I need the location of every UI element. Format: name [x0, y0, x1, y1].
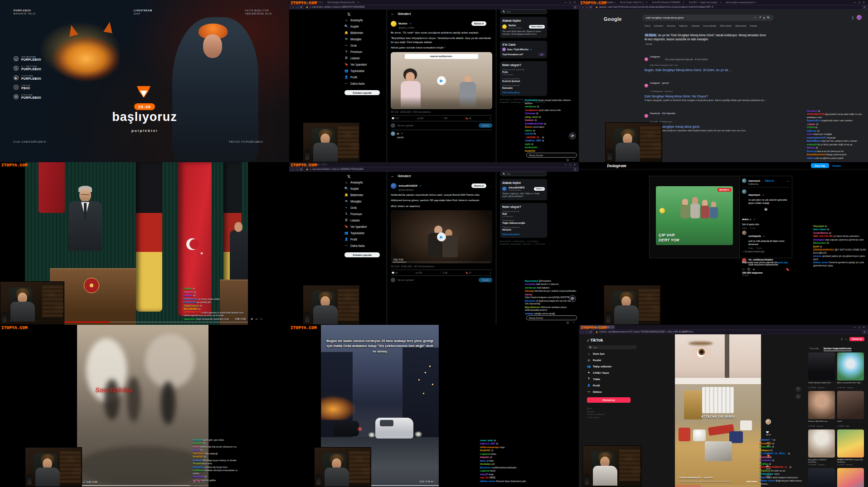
- x-nav-item[interactable]: 👥Topluluklar: [344, 69, 386, 72]
- forward-icon[interactable]: →: [586, 331, 588, 333]
- video-thumbnail[interactable]: [808, 352, 835, 381]
- like-icon[interactable]: ♡ 4B: [441, 117, 447, 120]
- filter-tab[interactable]: Web siteleri: [720, 24, 732, 27]
- filter-tab[interactable]: Görseller: [654, 24, 663, 27]
- trend-item[interactable]: Türkiye'de gündemdeKızılcık Şerbeti: [502, 77, 545, 82]
- bookmark-icon[interactable]: 🔖 48: [465, 117, 471, 120]
- x-nav-item[interactable]: ☰Listeler: [344, 218, 386, 222]
- footer-link[interactable]: Şirket: [587, 407, 637, 410]
- video-thumbnail[interactable]: [837, 352, 864, 381]
- url-bar[interactable]: 🔒tiktok.com/@memecanavareyf1/video/75639…: [593, 330, 862, 334]
- result-title[interactable]: Bugün, eski sevgiliye mesaj atma günü.: [645, 125, 771, 128]
- download-icon[interactable]: ⤓: [841, 338, 843, 341]
- x-nav-item[interactable]: 🔖Yer İşaretleri: [344, 225, 386, 228]
- sidebar-item[interactable]: ⤒Yükle: [587, 377, 637, 381]
- x-nav-item[interactable]: 👤Profil: [344, 237, 386, 241]
- tab-recommended[interactable]: Şunları beğenebilirsiniz: [824, 347, 852, 351]
- reload-icon[interactable]: ⟳: [590, 330, 592, 333]
- back-icon[interactable]: ←: [582, 331, 584, 333]
- menu-icon[interactable]: ≡: [863, 6, 865, 9]
- refresh-button[interactable]: ⟳: [569, 295, 576, 302]
- x-nav-item[interactable]: ⋯Daha fazla: [344, 82, 386, 85]
- x-nav-item[interactable]: ✉Mesajlar: [344, 37, 386, 41]
- x-nav-item[interactable]: 👤Profil: [344, 75, 386, 79]
- filter-tab[interactable]: Videolar: [691, 24, 699, 27]
- menu-icon[interactable]: ≡: [574, 6, 576, 9]
- x-nav-item[interactable]: ⌁Grok: [344, 43, 386, 47]
- reply-icon[interactable]: 💬 716: [392, 117, 399, 120]
- video-thumbnail[interactable]: [808, 468, 835, 487]
- instagram-video[interactable]: WAYNEYU ÇIP VARDERT YOK: [649, 176, 740, 258]
- sidebar-item[interactable]: ⏺CANLI Yayın: [587, 371, 637, 374]
- footer-link[interactable]: Program: [587, 410, 637, 414]
- recommended-video-card[interactable]: sokak röportajı kırgöz hale… ⊙ 126.8K · …: [808, 352, 835, 389]
- x-nav-item[interactable]: 🔔Bildirimler: [344, 31, 386, 34]
- x-nav-item[interactable]: 𝕏Premium: [344, 50, 386, 53]
- login-button-mini[interactable]: Oturum aç: [849, 337, 864, 341]
- tab-close-icon[interactable]: ×: [614, 1, 616, 4]
- lens-icon[interactable]: ◉: [763, 16, 765, 19]
- scroll-down-icon[interactable]: ⌄: [795, 394, 801, 399]
- avatar[interactable]: [742, 178, 747, 183]
- tab-close-icon[interactable]: ×: [755, 1, 756, 4]
- x-nav-item[interactable]: 🔍Keşfet: [344, 24, 386, 28]
- video-thumbnail[interactable]: [837, 391, 864, 419]
- apps-grid-icon[interactable]: ⣿: [852, 16, 854, 19]
- trend-item[interactable]: Türkiye tarihinde gündemdePolis2.491 gön…: [502, 68, 545, 76]
- reply-link[interactable]: Yanıtla: [750, 227, 756, 229]
- menu-icon[interactable]: ≡: [574, 168, 576, 171]
- like-icon[interactable]: ♡ 2,1B: [440, 271, 447, 274]
- recommended-video-card[interactable]: KIZLAR İLE ERKEKLER… ⊙ 102.2K · 5 g önce: [837, 468, 864, 487]
- window-controls[interactable]: — ▢ ✕: [564, 163, 577, 166]
- video-player[interactable]: Son Dakika ▶ 🔊 0:48 / 0:55 ⚙ ▭ ⛶: [77, 325, 209, 487]
- signup-link[interactable]: Kaydol: [833, 164, 841, 167]
- comment-author[interactable]: akdor_r: [742, 218, 751, 221]
- window-controls[interactable]: — ▢ ✕: [853, 326, 866, 328]
- result-title[interactable]: Bugün, Eski Sevgiliye Mesaj Atma Günü. 3…: [645, 68, 771, 72]
- account-name[interactable]: Muhbir: [398, 22, 407, 25]
- forward-icon[interactable]: →: [296, 168, 299, 171]
- tab-close-icon[interactable]: ×: [612, 326, 613, 328]
- tab-close-icon[interactable]: ×: [720, 1, 721, 4]
- sidebar-item[interactable]: ⋯Dahası: [587, 390, 637, 393]
- avatar[interactable]: [391, 183, 397, 189]
- sidebar-item[interactable]: ⌂Sizin İçin: [587, 352, 637, 355]
- forward-icon[interactable]: →: [296, 6, 299, 9]
- account-name[interactable]: wayneyu1: [748, 179, 760, 182]
- url-bar[interactable]: 🔒x.com/ajans_muhbir/status/1983374717434…: [304, 5, 573, 9]
- see-all-replies[interactable]: — 10 yanıtın tümünü gör: [742, 251, 790, 253]
- window-controls[interactable]: — ▢ ✕: [564, 1, 577, 4]
- like-icon[interactable]: ♡: [742, 268, 745, 271]
- filter-tab[interactable]: Haberler: [679, 24, 688, 27]
- comment-author[interactable]: serhatyulu: [748, 235, 761, 237]
- login-button[interactable]: Giriş Yap: [811, 163, 829, 168]
- url-bar[interactable]: 🔒google.com/search?q=eski+sevgiliye+mesa…: [593, 5, 862, 9]
- x-search-input[interactable]: 🔍Ara: [500, 10, 547, 14]
- repost-icon[interactable]: ⇄ 428: [416, 271, 422, 274]
- show-more-link[interactable]: Daha fazla göster: [502, 91, 545, 94]
- reload-icon[interactable]: ⟳: [300, 168, 302, 171]
- video-thumbnail[interactable]: [808, 429, 835, 458]
- recommended-video-card[interactable]: Kamera ağlı kalmış yü… ⊙ 26.7K · 4 g önc…: [808, 391, 835, 427]
- see-more-link[interactable]: daha fazlası: [747, 480, 757, 482]
- author-avatar[interactable]: [766, 419, 771, 424]
- filter-tab[interactable]: Tümü: [645, 24, 650, 27]
- x-nav-item[interactable]: ✉Mesajlar: [344, 199, 386, 203]
- reply-input[interactable]: Yanıtını gönder: [397, 124, 477, 127]
- reply-input[interactable]: Yanıtını gönder: [397, 279, 477, 281]
- account-name[interactable]: dokuz8HABER: [398, 184, 417, 187]
- sidebar-item[interactable]: ◎Keşfet: [587, 358, 637, 362]
- video-progress-bar[interactable]: [675, 486, 761, 487]
- reply-button[interactable]: Yanıtla: [479, 123, 492, 128]
- recommended-video-card[interactable]: BUSHİ GÖREVİ brt oldm şu an ⊙ 88K · 2 g …: [808, 468, 835, 487]
- back-icon[interactable]: ←: [292, 168, 295, 171]
- bookmark-icon[interactable]: 🔖 67: [466, 271, 471, 274]
- like-link[interactable]: Beğen: [742, 227, 747, 229]
- x-nav-item[interactable]: 👥Topluluklar: [344, 231, 386, 235]
- scroll-up-icon[interactable]: ⌃: [795, 386, 801, 392]
- comment-icon[interactable]: 🗨: [747, 268, 750, 271]
- x-post-button[interactable]: Gönderi yayınla: [344, 90, 380, 95]
- x-nav-item[interactable]: 🔔Bildirimler: [344, 193, 386, 197]
- chat-input[interactable]: Mesaj Gönder: [526, 315, 577, 320]
- footer-link[interactable]: Koşullar ve Politikalar: [587, 413, 637, 416]
